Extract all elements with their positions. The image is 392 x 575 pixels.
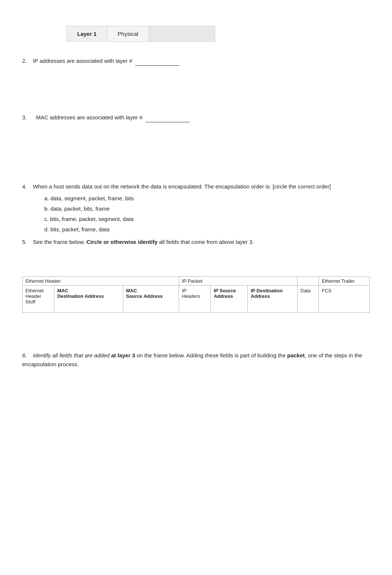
frame-data-row: Ethernet Header Stuff MAC Destination Ad…	[23, 286, 370, 313]
cell3-line2: Headers	[182, 293, 200, 299]
q4-text: When a host sends data out on the networ…	[33, 183, 331, 190]
frame-cell-mac-dest: MAC Destination Address	[54, 286, 123, 313]
q4-option-a: a. data, segment, packet, frame, bits	[44, 194, 370, 203]
layer-col3	[149, 26, 215, 42]
layer-table: Layer 1 Physical	[66, 26, 215, 42]
q5-normal-text: See the frame below.	[33, 239, 86, 245]
question-5: 5. See the frame below. Circle or otherw…	[22, 238, 370, 246]
q4-option-c: c. bits, frame, packet, segment, data	[44, 215, 370, 224]
frame-table: Ethernet Header IP Packet Ethernet Trail…	[22, 276, 370, 313]
q6-mid-text: on the frame below. Adding these fields …	[135, 352, 287, 358]
question-4: 4. When a host sends data out on the net…	[22, 182, 370, 234]
cell7-line1: FCS	[322, 288, 331, 293]
q3-text: MAC addresses are associated with layer …	[36, 114, 142, 120]
q2-number: 2. IP addresses are associated with laye…	[22, 58, 179, 64]
q2-num-label: 2.	[22, 58, 27, 64]
q6-text-block: 6. Identify all fields that are added at…	[22, 351, 370, 369]
page-content: Layer 1 Physical 2. IP addresses are ass…	[22, 26, 370, 369]
q3-num-label: 3.	[22, 114, 27, 120]
frame-cell-ip-src: IP Source Address	[211, 286, 248, 313]
frame-cell-ip-dest: IP Destination Address	[248, 286, 298, 313]
ethernet-trailer-text: Ethernet Trailer	[322, 278, 355, 284]
frame-section: Ethernet Header IP Packet Ethernet Trail…	[22, 276, 370, 313]
frame-cell-mac-src: MAC Source Address	[123, 286, 179, 313]
cell4-line1: IP Source	[214, 288, 236, 293]
frame-cell-ethernet-stuff: Ethernet Header Stuff	[23, 286, 54, 313]
cell0-line1: Ethernet	[25, 288, 44, 293]
q4-option-b: b. data, packet, bits, frame	[44, 204, 370, 213]
q2-text: IP addresses are associated with layer #	[33, 58, 132, 64]
q4-option-d: d. bits, packet, frame, data	[44, 225, 370, 234]
question-6: 6. Identify all fields that are added at…	[22, 351, 370, 369]
question-3: 3. MAC addresses are associated with lay…	[22, 113, 370, 122]
frame-header-row: Ethernet Header IP Packet Ethernet Trail…	[23, 277, 370, 286]
q3-blank	[145, 113, 190, 122]
q5-bold-text: Circle or otherwise identify	[86, 239, 158, 245]
cell5-line1: IP Destination	[251, 288, 282, 293]
cell0-line2: Header	[25, 293, 41, 299]
q4-num: 4.	[22, 183, 27, 190]
ip-packet-label: IP Packet	[179, 277, 297, 286]
frame-cell-data: Data	[298, 286, 319, 313]
q2-blank	[135, 57, 179, 66]
cell1-line1: MAC	[57, 288, 68, 293]
cell2-line1: MAC	[126, 288, 137, 293]
layer-col2: Physical	[107, 26, 149, 42]
empty-col-header	[298, 277, 319, 286]
cell6-line1: Data	[300, 288, 310, 293]
frame-cell-fcs: FCS	[319, 286, 369, 313]
frame-cell-ip-headers: IP Headers	[179, 286, 210, 313]
cell0-line3: Stuff	[25, 299, 35, 304]
q5-text-block: 5. See the frame below. Circle or otherw…	[22, 238, 370, 246]
q4-options-list: a. data, segment, packet, frame, bits b.…	[44, 194, 370, 234]
ethernet-header-text: Ethernet Header	[25, 278, 61, 284]
q6-num: 6.	[22, 352, 27, 358]
q3-number: 3. MAC addresses are associated with lay…	[22, 114, 190, 120]
q5-end-text: all fields that come from above layer 3.	[158, 239, 254, 245]
cell5-line2: Address	[251, 293, 270, 299]
q6-italic-text: Identify all fields that are added	[33, 352, 110, 358]
cell2-line2: Source Address	[126, 293, 163, 299]
cell3-line1: IP	[182, 288, 186, 293]
ethernet-trailer-label: Ethernet Trailer	[319, 277, 369, 286]
question-2: 2. IP addresses are associated with laye…	[22, 57, 370, 66]
ip-packet-text: IP Packet	[182, 278, 202, 284]
cell4-line2: Address	[214, 293, 233, 299]
q4-intro: 4. When a host sends data out on the net…	[22, 182, 370, 191]
q6-bold2: packet	[287, 352, 305, 358]
ethernet-header-label: Ethernet Header	[23, 277, 179, 286]
cell1-line2: Destination Address	[57, 293, 104, 299]
q6-bold1: at layer 3	[110, 352, 135, 358]
layer-col1: Layer 1	[67, 26, 107, 42]
q5-num: 5.	[22, 239, 27, 245]
